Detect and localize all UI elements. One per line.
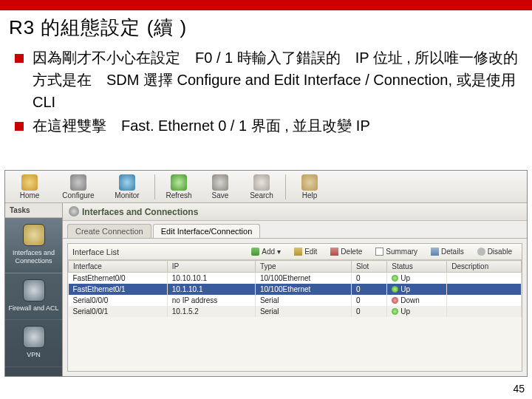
cell-ip: 10.10.10.1	[167, 273, 255, 284]
interface-list-pane: Interface List Add ▾ Edit Delete Summary…	[67, 243, 522, 372]
cell-slot: 0	[352, 306, 387, 317]
status-dot-icon	[392, 286, 398, 293]
cell-interface: FastEthernet0/1	[69, 284, 168, 295]
home-button[interactable]: Home	[7, 173, 52, 201]
tasks-header: Tasks	[5, 203, 62, 218]
save-button[interactable]: Save	[201, 173, 239, 201]
table-row[interactable]: FastEthernet0/010.10.10.110/100Ethernet0…	[69, 273, 522, 284]
list-label: Interface List	[72, 248, 243, 256]
add-button[interactable]: Add ▾	[246, 246, 286, 257]
home-icon	[21, 174, 38, 191]
configure-icon	[70, 174, 86, 191]
bullet-list: 因為剛才不小心在設定 F0 / 1 時輸入了錯誤的 IP 位址 , 所以唯一修改…	[13, 47, 523, 137]
cell-desc	[447, 306, 522, 317]
col-type[interactable]: Type	[255, 261, 351, 273]
tab-edit-interface[interactable]: Edit Interface/Connection	[153, 224, 261, 238]
add-icon	[251, 248, 259, 256]
refresh-button[interactable]: Refresh	[160, 173, 198, 201]
save-icon	[212, 174, 228, 191]
disable-button[interactable]: Disable	[472, 246, 517, 257]
main-toolbar: Home Configure Monitor Refresh Save Sear…	[5, 171, 527, 203]
status-dot-icon	[392, 308, 398, 315]
cell-type: Serial	[255, 295, 351, 306]
page-number: 45	[513, 383, 525, 395]
tasks-sidebar: Tasks Interfaces and Connections Firewal…	[5, 203, 63, 376]
task-interfaces[interactable]: Interfaces and Connections	[5, 218, 62, 273]
help-icon	[301, 174, 318, 191]
tabs-bar: Create Connection Edit Interface/Connect…	[63, 221, 527, 239]
interfaces-icon	[23, 224, 45, 246]
tab-create-connection[interactable]: Create Connection	[67, 224, 151, 238]
status-dot-icon	[392, 297, 398, 304]
cell-type: 10/100Ethernet	[255, 273, 351, 284]
bullet-item: 因為剛才不小心在設定 F0 / 1 時輸入了錯誤的 IP 位址 , 所以唯一修改…	[13, 47, 523, 113]
cell-interface: FastEthernet0/0	[69, 273, 168, 284]
summary-button[interactable]: Summary	[370, 246, 423, 257]
main-panel: Interfaces and Connections Create Connec…	[63, 203, 527, 376]
details-icon	[431, 248, 439, 256]
help-button[interactable]: Help	[290, 173, 329, 201]
configure-button[interactable]: Configure	[55, 173, 101, 201]
cell-type: 10/100Ethernet	[255, 284, 351, 295]
slide-title: R3 的組態設定 (續 )	[9, 15, 523, 41]
cell-interface: Serial0/0/0	[69, 295, 168, 306]
cell-ip: 10.1.10.1	[167, 284, 255, 295]
interface-grid: Interface IP Type Slot Status Descriptio…	[68, 260, 522, 371]
search-icon	[253, 174, 270, 191]
col-slot[interactable]: Slot	[352, 261, 387, 273]
cell-slot: 0	[352, 273, 387, 284]
cell-desc	[447, 273, 522, 284]
cell-desc	[447, 295, 522, 306]
gear-icon	[69, 206, 79, 216]
table-row[interactable]: Serial0/0/0no IP addressSerial0Down	[69, 295, 522, 306]
panel-title: Interfaces and Connections	[63, 203, 527, 221]
cell-status: Up	[387, 306, 447, 317]
summary-icon	[375, 248, 383, 256]
toolbar-separator	[285, 174, 286, 200]
table-row[interactable]: Serial0/0/110.1.5.2Serial0Up	[69, 306, 522, 317]
col-ip[interactable]: IP	[167, 261, 255, 273]
cell-status: Up	[387, 284, 447, 295]
bullet-item: 在這裡雙擊 Fast. Ethernet 0 / 1 界面 , 並且改變 IP	[13, 115, 523, 137]
search-button[interactable]: Search	[242, 173, 281, 201]
cell-status: Up	[387, 273, 447, 284]
cell-slot: 0	[352, 295, 387, 306]
task-firewall[interactable]: Firewall and ACL	[5, 273, 62, 321]
cell-slot: 0	[352, 284, 387, 295]
cell-ip: 10.1.5.2	[167, 306, 255, 317]
interface-table: Interface IP Type Slot Status Descriptio…	[68, 260, 522, 317]
refresh-icon	[171, 174, 187, 191]
col-status[interactable]: Status	[387, 261, 447, 273]
disable-icon	[477, 248, 485, 256]
cell-desc	[447, 284, 522, 295]
table-row[interactable]: FastEthernet0/110.1.10.110/100Ethernet0U…	[69, 284, 522, 295]
edit-icon	[294, 248, 302, 256]
cell-ip: no IP address	[167, 295, 255, 306]
monitor-button[interactable]: Monitor	[104, 173, 150, 201]
list-header-bar: Interface List Add ▾ Edit Delete Summary…	[68, 244, 522, 260]
task-vpn[interactable]: VPN	[5, 320, 62, 367]
details-button[interactable]: Details	[426, 246, 469, 257]
col-interface[interactable]: Interface	[69, 261, 168, 273]
col-description[interactable]: Description	[447, 261, 522, 273]
sdm-app-window: Home Configure Monitor Refresh Save Sear…	[4, 170, 528, 377]
firewall-icon	[23, 279, 45, 301]
vpn-icon	[23, 326, 45, 348]
cell-status: Down	[387, 295, 447, 306]
status-dot-icon	[392, 275, 398, 282]
monitor-icon	[119, 174, 135, 191]
edit-button[interactable]: Edit	[289, 246, 322, 257]
cell-type: Serial	[255, 306, 351, 317]
toolbar-separator	[154, 174, 155, 200]
delete-icon	[330, 248, 338, 256]
cell-interface: Serial0/0/1	[69, 306, 168, 317]
slide-accent-bar	[0, 0, 532, 10]
delete-button[interactable]: Delete	[325, 246, 367, 257]
